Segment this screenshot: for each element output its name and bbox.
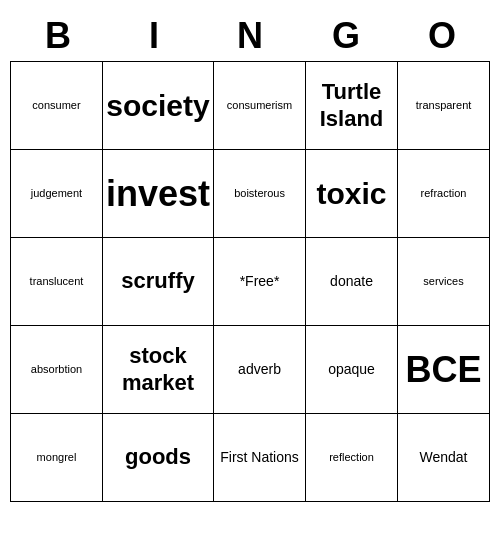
bingo-cell: Turtle Island [306, 62, 398, 150]
bingo-cell: BCE [398, 326, 490, 414]
bingo-cell: toxic [306, 150, 398, 238]
cell-text: consumerism [227, 99, 292, 112]
bingo-card: BINGO consumersocietyconsumerismTurtle I… [10, 10, 490, 502]
header-letter: G [298, 10, 394, 61]
bingo-cell: scruffy [103, 238, 214, 326]
bingo-cell: translucent [11, 238, 103, 326]
cell-text: judgement [31, 187, 82, 200]
cell-text: absorbtion [31, 363, 82, 376]
cell-text: stock market [106, 343, 210, 396]
bingo-cell: stock market [103, 326, 214, 414]
cell-text: translucent [30, 275, 84, 288]
bingo-cell: *Free* [214, 238, 306, 326]
bingo-cell: goods [103, 414, 214, 502]
cell-text: invest [106, 172, 210, 215]
cell-text: Turtle Island [309, 79, 394, 132]
cell-text: boisterous [234, 187, 285, 200]
cell-text: toxic [316, 176, 386, 212]
bingo-cell: donate [306, 238, 398, 326]
cell-text: donate [330, 273, 373, 290]
cell-text: transparent [416, 99, 472, 112]
header-letter: N [202, 10, 298, 61]
cell-text: Wendat [420, 449, 468, 466]
bingo-cell: Wendat [398, 414, 490, 502]
cell-text: reflection [329, 451, 374, 464]
bingo-cell: mongrel [11, 414, 103, 502]
bingo-cell: judgement [11, 150, 103, 238]
bingo-cell: absorbtion [11, 326, 103, 414]
cell-text: scruffy [121, 268, 194, 294]
bingo-cell: society [103, 62, 214, 150]
cell-text: opaque [328, 361, 375, 378]
cell-text: *Free* [240, 273, 280, 290]
cell-text: adverb [238, 361, 281, 378]
bingo-cell: refraction [398, 150, 490, 238]
header-letter: I [106, 10, 202, 61]
bingo-header: BINGO [10, 10, 490, 61]
bingo-cell: adverb [214, 326, 306, 414]
bingo-cell: invest [103, 150, 214, 238]
cell-text: BCE [405, 348, 481, 391]
bingo-cell: consumer [11, 62, 103, 150]
cell-text: consumer [32, 99, 80, 112]
cell-text: First Nations [220, 449, 299, 466]
header-letter: O [394, 10, 490, 61]
bingo-cell: services [398, 238, 490, 326]
bingo-cell: consumerism [214, 62, 306, 150]
bingo-grid: consumersocietyconsumerismTurtle Islandt… [10, 61, 490, 502]
cell-text: mongrel [37, 451, 77, 464]
bingo-cell: First Nations [214, 414, 306, 502]
cell-text: refraction [421, 187, 467, 200]
bingo-cell: boisterous [214, 150, 306, 238]
bingo-cell: reflection [306, 414, 398, 502]
bingo-cell: transparent [398, 62, 490, 150]
cell-text: society [106, 88, 209, 124]
header-letter: B [10, 10, 106, 61]
cell-text: services [423, 275, 463, 288]
cell-text: goods [125, 444, 191, 470]
bingo-cell: opaque [306, 326, 398, 414]
